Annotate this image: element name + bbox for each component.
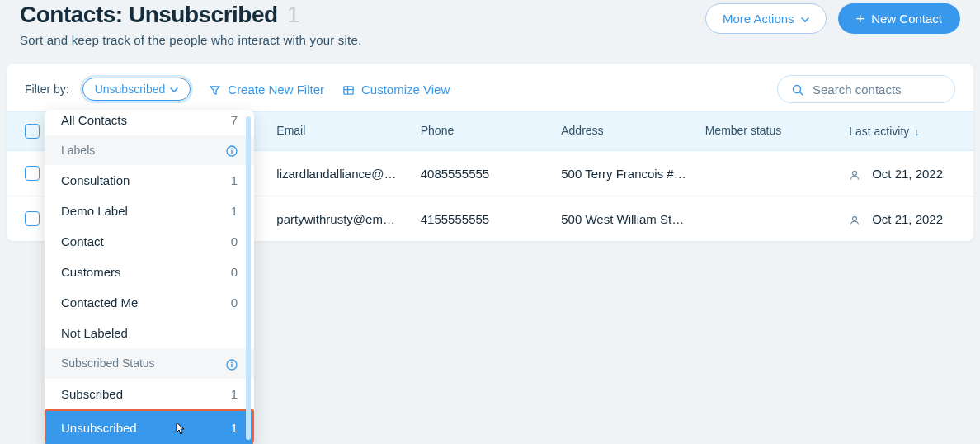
cell-address: 500 Terry Francois #… xyxy=(561,167,704,181)
dropdown-item-label: Subscribed xyxy=(61,387,123,401)
select-all-checkbox[interactable] xyxy=(25,124,40,139)
new-contact-button[interactable]: + New Contact xyxy=(838,3,960,34)
svg-point-9 xyxy=(231,361,233,363)
svg-point-6 xyxy=(231,149,233,150)
dropdown-item-label: Demo Label xyxy=(61,204,128,218)
info-icon[interactable] xyxy=(226,357,238,370)
dropdown-item-label: All Contacts xyxy=(61,113,127,127)
dropdown-item-count: 1 xyxy=(231,387,238,401)
chevron-down-icon xyxy=(801,12,809,26)
dropdown-item-consultation[interactable]: Consultation 1 xyxy=(45,165,254,196)
sort-descending-icon: ↓ xyxy=(914,125,920,138)
cell-phone: 4085555555 xyxy=(421,167,561,181)
dropdown-item-count: 1 xyxy=(231,204,238,218)
dropdown-item-label: Consultation xyxy=(61,173,130,187)
filter-dropdown: All Contacts 7 Labels Consultation 1 Dem… xyxy=(45,110,254,444)
dropdown-item-count: 7 xyxy=(231,113,238,127)
dropdown-item-label: Contact xyxy=(61,234,104,248)
create-filter-link[interactable]: Create New Filter xyxy=(209,82,324,97)
customize-view-link[interactable]: Customize View xyxy=(342,82,450,97)
column-phone[interactable]: Phone xyxy=(421,124,561,139)
dropdown-item-unsubscribed[interactable]: Unsubscribed 1 xyxy=(45,409,254,444)
person-icon xyxy=(849,166,860,180)
cell-last-activity: Oct 21, 2022 xyxy=(872,167,943,181)
plus-icon: + xyxy=(856,13,865,25)
scrollbar[interactable] xyxy=(246,116,251,440)
filter-dropdown-trigger[interactable]: Unsubscribed xyxy=(82,78,191,101)
dropdown-section-labels: Labels xyxy=(45,135,254,165)
dropdown-item-label: Not Labeled xyxy=(61,326,128,340)
column-last-label: Last activity xyxy=(849,125,909,138)
dropdown-item-all-contacts[interactable]: All Contacts 7 xyxy=(45,110,254,135)
search-input[interactable] xyxy=(813,83,941,97)
svg-point-11 xyxy=(853,171,857,175)
dropdown-section-title: Subscribed Status xyxy=(61,357,155,370)
dropdown-item-contact[interactable]: Contact 0 xyxy=(45,226,254,257)
svg-rect-7 xyxy=(231,150,232,154)
cell-email: lizardlandalliance@… xyxy=(276,167,420,181)
column-last-activity[interactable]: Last activity ↓ xyxy=(849,124,955,139)
new-contact-label: New Contact xyxy=(871,12,942,26)
dropdown-item-demo-label[interactable]: Demo Label 1 xyxy=(45,196,254,226)
dropdown-section-title: Labels xyxy=(61,144,95,157)
customize-view-label: Customize View xyxy=(361,83,450,97)
dropdown-item-subscribed[interactable]: Subscribed 1 xyxy=(45,379,254,409)
dropdown-item-count: 0 xyxy=(231,234,238,248)
svg-line-4 xyxy=(800,92,803,95)
column-member-status[interactable]: Member status xyxy=(705,124,849,139)
dropdown-item-count: 1 xyxy=(231,421,238,435)
dropdown-item-label: Customers xyxy=(61,265,121,279)
person-icon xyxy=(849,211,860,225)
title-prefix: Contacts: xyxy=(20,2,123,27)
cell-phone: 4155555555 xyxy=(421,212,561,226)
dropdown-item-not-labeled[interactable]: Not Labeled xyxy=(45,318,254,348)
dropdown-item-count: 1 xyxy=(231,173,238,187)
contacts-panel: Filter by: Unsubscribed Create New Filte… xyxy=(7,64,973,241)
cell-last-activity: Oct 21, 2022 xyxy=(872,212,943,226)
title-filter: Unsubscribed xyxy=(129,2,278,27)
dropdown-item-label: Unsubscribed xyxy=(61,421,137,435)
row-checkbox[interactable] xyxy=(25,166,40,181)
create-filter-label: Create New Filter xyxy=(228,83,324,97)
cell-email: partywithrusty@em… xyxy=(276,212,420,226)
search-icon xyxy=(791,82,804,97)
info-icon[interactable] xyxy=(226,144,238,157)
more-actions-label: More Actions xyxy=(723,12,794,26)
svg-rect-0 xyxy=(344,87,353,94)
dropdown-section-status: Subscribed Status xyxy=(45,348,254,378)
cell-address: 500 West William St… xyxy=(561,212,704,226)
dropdown-item-label: Contacted Me xyxy=(61,295,138,309)
table-icon xyxy=(342,82,355,97)
filter-icon xyxy=(209,82,221,97)
chevron-down-icon xyxy=(170,83,178,96)
dropdown-item-contacted-me[interactable]: Contacted Me 0 xyxy=(45,287,254,318)
column-email[interactable]: Email xyxy=(276,124,420,139)
row-checkbox[interactable] xyxy=(25,211,40,226)
dropdown-item-count: 0 xyxy=(231,265,238,279)
title-count: 1 xyxy=(287,2,299,27)
svg-point-12 xyxy=(853,216,857,220)
dropdown-item-count: 0 xyxy=(231,295,238,309)
svg-rect-10 xyxy=(231,364,232,367)
page-title: Contacts: Unsubscribed 1 xyxy=(20,2,361,28)
column-address[interactable]: Address xyxy=(561,124,704,139)
filter-by-label: Filter by: xyxy=(25,83,69,96)
page-subtitle: Sort and keep track of the people who in… xyxy=(20,33,361,47)
more-actions-button[interactable]: More Actions xyxy=(705,3,827,34)
search-container[interactable] xyxy=(777,75,955,103)
filter-value: Unsubscribed xyxy=(95,83,166,96)
dropdown-item-customers[interactable]: Customers 0 xyxy=(45,257,254,287)
